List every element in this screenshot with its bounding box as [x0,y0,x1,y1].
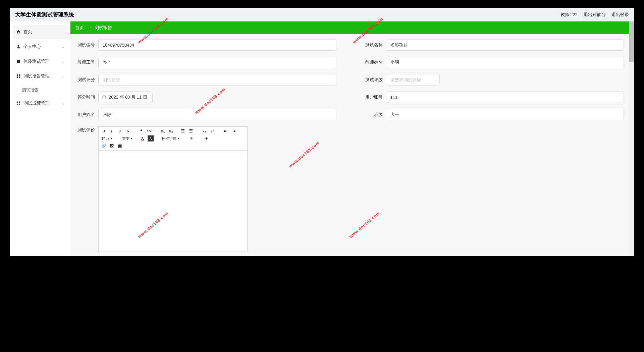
app-window: 大学生体质测试管理系统 教师 222 退出到前台 退出登录 首页 个人中心 ⌄ [10,8,634,256]
row-test-score: 测试评分 [75,74,336,85]
svg-rect-6 [19,76,20,78]
home-icon [16,30,21,34]
font-select[interactable]: 标准字体▾ [161,136,180,141]
indent-button[interactable]: ⇤ [223,128,229,134]
svg-rect-2 [18,59,19,60]
label-test-grade: 测试评级 [363,77,383,83]
row-user-account: 用户账号 [363,92,624,103]
editor-toolbar: B I U S ❝ </> H₁ H₂ ☷ ☰ [99,127,247,151]
sidebar-item-home[interactable]: 首页 [13,25,68,39]
label-test-eval: 测试评价 [75,126,95,251]
label-test-no: 测试编号 [75,42,95,48]
logout-front-button[interactable]: 退出到前台 [584,12,605,18]
strike-button[interactable]: S [125,128,131,134]
rich-editor: B I U S ❝ </> H₁ H₂ ☷ ☰ [98,126,248,251]
bold-button[interactable]: B [101,128,107,134]
scrollbar-thumb[interactable] [629,21,634,62]
sidebar-item-physical[interactable]: 体质测试管理 ⌄ [13,54,68,68]
h1-button[interactable]: H₁ [160,128,166,134]
sidebar-item-report-mgmt[interactable]: 测试报告管理 ⌄ [13,69,68,83]
logout-button[interactable]: 退出登录 [611,12,629,18]
svg-rect-10 [19,104,20,105]
chevron-down-icon: ⌄ [62,60,64,63]
row-test-eval: 测试评价 B I U S ❝ </> H₁ H₂ [75,126,624,251]
row-teacher-name: 教师姓名 [363,57,624,68]
fontsize-select[interactable]: 14px▾ [101,136,113,140]
text-select[interactable]: 文本▾ [121,136,133,141]
ol-button[interactable]: ☷ [180,128,186,134]
svg-rect-8 [19,102,20,103]
ul-button[interactable]: ☰ [188,128,194,134]
code-button[interactable]: </> [146,128,152,134]
form-area: 测试编号 测试名称 教师工号 教师姓名 [70,39,629,251]
row-teacher-no: 教师工号 [75,57,336,68]
input-teacher-no[interactable] [98,57,336,68]
sidebar-item-label: 首页 [23,29,32,35]
align-button[interactable]: ≡ [189,135,195,141]
input-test-name[interactable] [386,39,624,51]
link-button[interactable]: 🔗 [101,143,107,149]
row-class: 班级 [363,109,624,120]
svg-rect-3 [17,74,18,76]
breadcrumb-current: 测试报告 [95,25,112,30]
user-icon [16,44,21,49]
underline-button[interactable]: U [117,128,123,134]
sidebar-subitem-report[interactable]: 测试报告 [13,84,68,96]
date-score-time[interactable] [98,92,153,103]
superscript-button[interactable]: x² [209,128,215,134]
scrollbar[interactable] [629,21,634,256]
input-class[interactable] [386,109,624,120]
label-user-name: 用户姓名 [75,112,95,118]
select-input-test-grade[interactable] [386,74,440,85]
video-button[interactable]: ▣ [117,143,123,149]
italic-button[interactable]: I [109,128,115,134]
svg-rect-4 [19,74,20,76]
clear-button[interactable]: T̶ [203,135,209,141]
sidebar-item-label: 测试成绩管理 [23,100,50,106]
sidebar-item-label: 个人中心 [23,44,41,50]
editor-content[interactable] [99,151,247,251]
input-teacher-name[interactable] [386,57,624,68]
svg-rect-1 [17,60,20,63]
bgcolor-button[interactable]: A [148,135,154,141]
input-user-name[interactable] [98,109,336,120]
input-test-score[interactable] [98,74,336,85]
svg-point-0 [18,45,19,47]
row-test-name: 测试名称 [363,39,624,51]
label-class: 班级 [363,112,383,118]
quote-button[interactable]: ❝ [138,128,144,134]
grid-icon [16,74,21,78]
image-button[interactable]: 🖼 [109,143,115,149]
input-test-no[interactable] [98,39,336,51]
label-teacher-name: 教师姓名 [363,59,383,65]
app-title: 大学生体质测试管理系统 [15,11,74,18]
svg-rect-5 [17,76,18,78]
input-user-account[interactable] [386,92,624,103]
header-user[interactable]: 教师 222 [560,12,578,18]
row-test-grade: 测试评级 ⌄ [363,74,624,85]
main-content: 首页 → 测试报告 测试编号 测试名称 教师工号 [70,21,634,256]
h2-button[interactable]: H₂ [168,128,174,134]
row-score-time: 评分时间 [75,92,336,103]
chevron-down-icon: ⌄ [62,45,64,49]
form-grid: 测试编号 测试名称 教师工号 教师姓名 [75,39,624,120]
label-user-account: 用户账号 [363,94,383,100]
select-test-grade[interactable]: ⌄ [386,74,440,85]
label-test-score: 测试评分 [75,77,95,83]
chevron-down-icon: ⌄ [62,102,64,105]
fontcolor-button[interactable]: A [140,135,146,141]
sidebar-item-label: 体质测试管理 [23,58,50,64]
subscript-button[interactable]: x₂ [201,128,207,134]
outdent-button[interactable]: ⇥ [231,128,237,134]
sidebar-item-score-mgmt[interactable]: 测试成绩管理 ⌄ [13,96,68,110]
calendar-icon [102,95,106,100]
header: 大学生体质测试管理系统 教师 222 退出到前台 退出登录 [10,8,634,21]
breadcrumb-home[interactable]: 首页 [75,25,84,30]
body: 首页 个人中心 ⌄ 体质测试管理 ⌄ 测试报告管理 [10,21,634,256]
chevron-down-icon: ⌄ [434,78,436,82]
sidebar-item-label: 测试报告管理 [23,73,50,79]
sidebar-item-personal[interactable]: 个人中心 ⌄ [13,40,68,54]
breadcrumb: 首页 → 测试报告 [70,21,629,34]
input-score-time[interactable] [98,92,153,103]
row-user-name: 用户姓名 [75,109,336,120]
